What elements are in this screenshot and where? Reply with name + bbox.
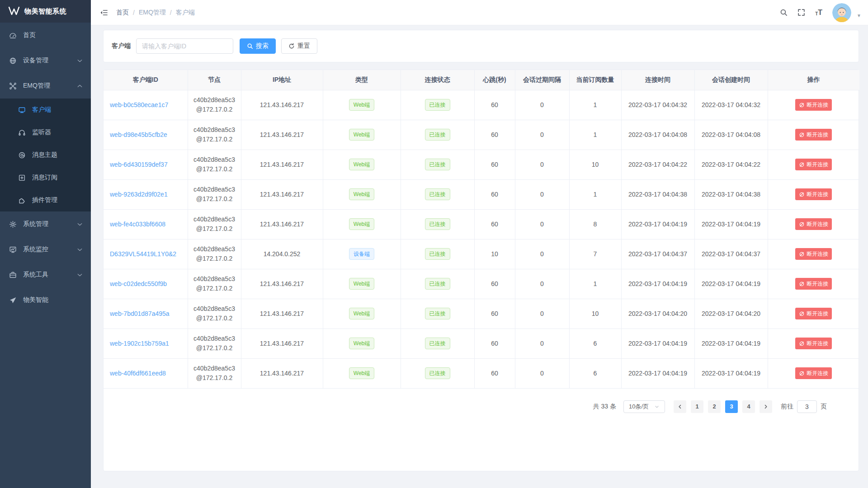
status-tag: 已连接	[425, 218, 450, 230]
client-id-link[interactable]: web-d98e45b5cfb2e	[110, 131, 167, 138]
client-id-link[interactable]: web-1902c15b759a1	[110, 340, 169, 347]
node-line: c40b2d8ea5c3	[191, 334, 238, 343]
sidebar-collapse-icon[interactable]	[98, 7, 110, 18]
sidebar-item-device-mgmt[interactable]: 设备管理	[0, 48, 91, 73]
client-id-input[interactable]	[136, 38, 233, 54]
connected-time-cell: 2022-03-17 04:04:37	[621, 239, 694, 269]
status-cell: 已连接	[401, 209, 474, 239]
disconnect-button[interactable]: 断开连接	[795, 218, 832, 230]
subscriptions-cell: 10	[569, 299, 621, 328]
sidebar-item-subscribe[interactable]: 消息订阅	[0, 166, 91, 189]
node-cell: c40b2d8ea5c3@172.17.0.2	[188, 239, 241, 269]
breadcrumb-separator: /	[170, 9, 172, 16]
sidebar-item-home[interactable]: 首页	[0, 23, 91, 48]
client-id-link[interactable]: web-7bd01d87a495a	[110, 310, 170, 317]
disconnect-button[interactable]: 断开连接	[795, 308, 832, 319]
reset-button-label: 重置	[297, 42, 310, 50]
connected-time-cell: 2022-03-17 04:04:19	[621, 269, 694, 299]
caret-down-icon[interactable]: ▼	[857, 13, 861, 18]
send-icon	[9, 296, 17, 304]
topbar: 首页/EMQ管理/客户端 TT	[91, 0, 868, 25]
sidebar-menu: 首页设备管理EMQ管理客户端监听器消息主题消息订阅插件管理系统管理系统监控系统工…	[0, 23, 91, 313]
sidebar-item-system-tools[interactable]: 系统工具	[0, 262, 91, 287]
sidebar-item-label: 客户端	[32, 106, 51, 114]
client-id-link[interactable]: web-6d430159def37	[110, 161, 168, 168]
disconnect-button[interactable]: 断开连接	[795, 248, 832, 260]
search-button[interactable]: 搜索	[240, 38, 276, 54]
status-cell: 已连接	[401, 90, 474, 120]
page-size-select[interactable]: 10条/页	[623, 400, 665, 413]
subscriptions-cell: 1	[569, 90, 621, 120]
disconnect-button[interactable]: 断开连接	[795, 188, 832, 200]
page-button-1[interactable]: 1	[691, 400, 703, 413]
type-cell: 设备端	[323, 239, 401, 269]
sidebar-submenu: 客户端监听器消息主题消息订阅插件管理	[0, 99, 91, 211]
breadcrumb-separator: /	[133, 9, 135, 16]
search-icon[interactable]	[780, 9, 788, 16]
sidebar-item-wumei-smart[interactable]: 物美智能	[0, 287, 91, 313]
table-row: web-fe4c033bf6608c40b2d8ea5c3@172.17.0.2…	[104, 209, 859, 239]
status-tag: 已连接	[425, 159, 450, 170]
page-button-3[interactable]: 3	[725, 400, 738, 413]
avatar[interactable]	[832, 3, 851, 22]
action-cell: 断开连接	[768, 179, 859, 209]
node-cell: c40b2d8ea5c3@172.17.0.2	[188, 90, 241, 120]
goto-page-input[interactable]	[797, 400, 817, 413]
sidebar-item-system-monitor[interactable]: 系统监控	[0, 237, 91, 262]
disconnect-button-label: 断开连接	[807, 191, 828, 198]
client-id-link[interactable]: web-c02dedc550f9b	[110, 280, 167, 287]
session-created-cell: 2022-03-17 04:04:19	[694, 209, 768, 239]
subscriptions-cell: 6	[569, 328, 621, 358]
action-cell: 断开连接	[768, 239, 859, 269]
disconnect-button[interactable]: 断开连接	[795, 367, 832, 379]
subscriptions-cell: 1	[569, 120, 621, 150]
client-id-cell: web-b0c580ecae1c7	[104, 90, 188, 120]
status-tag: 已连接	[425, 278, 450, 290]
page-button-4[interactable]: 4	[742, 400, 755, 413]
column-header: 当前订阅数量	[569, 70, 621, 90]
client-id-link[interactable]: D6329VL54419L1Y0&2	[110, 250, 176, 258]
client-id-link[interactable]: web-fe4c033bf6608	[110, 221, 165, 228]
fullscreen-icon[interactable]	[797, 9, 805, 16]
page-button-2[interactable]: 2	[708, 400, 721, 413]
session-created-cell: 2022-03-17 04:04:38	[694, 179, 768, 209]
sidebar-item-listener[interactable]: 监听器	[0, 121, 91, 144]
disconnect-button[interactable]: 断开连接	[795, 338, 832, 349]
heartbeat-cell: 60	[474, 90, 515, 120]
node-line: c40b2d8ea5c3	[191, 244, 238, 254]
sidebar-item-plugin[interactable]: 插件管理	[0, 189, 91, 211]
breadcrumb-item[interactable]: 首页	[116, 9, 129, 17]
breadcrumb-item[interactable]: EMQ管理	[139, 9, 166, 17]
disconnect-button-label: 断开连接	[807, 101, 828, 109]
expiry-interval-cell: 0	[515, 299, 569, 328]
previous-page-button[interactable]	[674, 400, 686, 413]
app-root: 物美智能系统 首页设备管理EMQ管理客户端监听器消息主题消息订阅插件管理系统管理…	[0, 0, 868, 488]
sidebar-item-emq-mgmt[interactable]: EMQ管理	[0, 73, 91, 99]
session-created-cell: 2022-03-17 04:04:32	[694, 90, 768, 120]
sidebar-item-label: 设备管理	[23, 56, 48, 65]
disconnect-button[interactable]: 断开连接	[795, 99, 832, 111]
next-page-button[interactable]	[760, 400, 772, 413]
reset-button[interactable]: 重置	[281, 38, 317, 54]
sidebar-item-label: 系统监控	[23, 245, 48, 253]
sidebar-item-client[interactable]: 客户端	[0, 99, 91, 121]
toolbox-icon	[9, 271, 17, 279]
client-id-link[interactable]: web-9263d2d9f02e1	[110, 191, 168, 198]
font-size-icon[interactable]: TT	[815, 9, 822, 16]
sidebar-item-topic[interactable]: 消息主题	[0, 144, 91, 166]
column-header: 连接状态	[401, 70, 474, 90]
status-tag: 已连接	[425, 188, 450, 200]
monitor-chart-icon	[9, 246, 17, 253]
filter-bar: 客户端 搜索 重置	[103, 30, 859, 62]
node-cell: c40b2d8ea5c3@172.17.0.2	[188, 120, 241, 150]
client-id-link[interactable]: web-b0c580ecae1c7	[110, 101, 168, 108]
disconnect-button[interactable]: 断开连接	[795, 278, 832, 290]
disconnect-button[interactable]: 断开连接	[795, 129, 832, 141]
connected-time-cell: 2022-03-17 04:04:32	[621, 90, 694, 120]
expiry-interval-cell: 0	[515, 209, 569, 239]
client-id-link[interactable]: web-40f6df661eed8	[110, 370, 166, 377]
disconnect-button[interactable]: 断开连接	[795, 159, 832, 170]
subscriptions-cell: 7	[569, 239, 621, 269]
sidebar-item-system-mgmt[interactable]: 系统管理	[0, 211, 91, 237]
connected-time-cell: 2022-03-17 04:04:22	[621, 150, 694, 179]
